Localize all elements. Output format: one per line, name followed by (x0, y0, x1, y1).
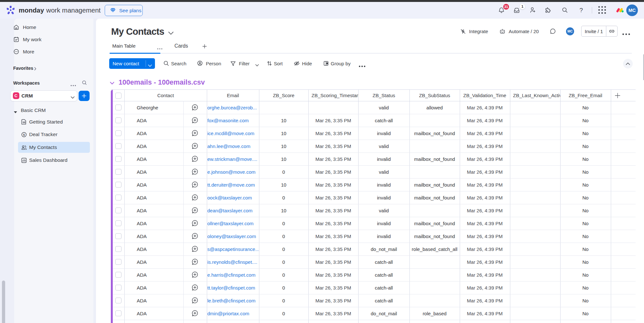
svg-text:$: $ (23, 133, 25, 136)
